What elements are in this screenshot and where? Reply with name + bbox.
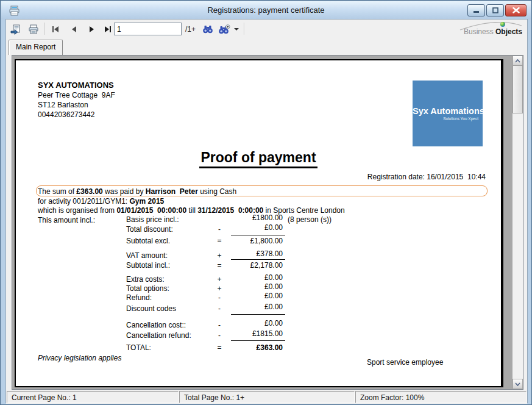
next-page-button[interactable] xyxy=(85,23,99,36)
table-row: Cancellation refund: - £1815.00 xyxy=(16,331,501,340)
sum-rule xyxy=(231,340,285,341)
business-objects-logo: Business Objects xyxy=(442,22,522,37)
export-button[interactable] xyxy=(9,23,22,36)
table-row: Cancellation cost:: - £0.00 xyxy=(16,321,501,330)
report-viewer-window: Registrations: payment certificate xyxy=(0,0,532,405)
registration-date: Registration date: 16/01/2015 10:44 xyxy=(367,173,486,181)
table-row: Extra costs: + £0.00 xyxy=(16,275,501,284)
find-button[interactable] xyxy=(201,23,215,36)
sphere-icon xyxy=(500,22,505,27)
table-row: Basis price incl.: £1800.00 (8 person (s… xyxy=(16,215,501,224)
page-total-label: /1+ xyxy=(185,25,196,34)
company-address-line: ST12 Barlaston xyxy=(38,101,88,109)
brand-text: Business Objects xyxy=(464,27,522,36)
tab-main-report[interactable]: Main Report xyxy=(9,40,63,55)
sum-rule xyxy=(231,259,285,260)
sum-rule xyxy=(231,314,285,315)
table-row: TOTAL: = £363.00 xyxy=(16,343,501,353)
previous-page-icon xyxy=(70,26,77,33)
report-viewport: SYX AUTOMATIONS Peer Tree Cottage 9AF ST… xyxy=(12,55,523,390)
maximize-button[interactable] xyxy=(486,4,504,16)
table-row: Subtotal excl. = £1,800.00 xyxy=(16,237,501,246)
previous-page-button[interactable] xyxy=(67,23,80,36)
scroll-down-icon xyxy=(515,382,520,386)
find-icon xyxy=(202,24,213,34)
first-page-button[interactable] xyxy=(49,23,62,36)
status-total-pages: Total Page No.: 1+ xyxy=(179,391,355,403)
status-current-page: Current Page No.: 1 xyxy=(7,391,179,403)
scroll-down-button[interactable] xyxy=(512,379,523,389)
toolbar: /1+ xyxy=(6,20,527,38)
dropdown-caret-icon[interactable] xyxy=(234,28,239,30)
maximize-icon xyxy=(492,7,498,13)
status-bar: Current Page No.: 1 Total Page No.: 1+ Z… xyxy=(6,391,527,404)
next-page-icon xyxy=(88,26,96,33)
export-icon xyxy=(10,24,21,35)
sum-rule xyxy=(231,235,285,235)
table-row: Subtotal incl.: = £2,178.00 xyxy=(16,261,501,270)
table-row: Refund: - £0.00 xyxy=(16,293,501,303)
logo-tagline: Solutions You Xpect xyxy=(413,116,483,121)
document-title: Proof of payment xyxy=(199,149,317,168)
toolbar-separator xyxy=(244,23,245,35)
company-name: SYX AUTOMATIONS xyxy=(38,81,114,90)
print-icon xyxy=(28,24,39,35)
last-page-icon xyxy=(104,26,112,33)
company-phone: 00442036273442 xyxy=(38,110,94,119)
scroll-up-button[interactable] xyxy=(512,56,523,66)
print-button[interactable] xyxy=(27,23,40,36)
summary-line-2: for activity 001/2011/GYM1: Gym 2015 xyxy=(38,197,164,206)
minimize-button[interactable] xyxy=(467,4,485,16)
toolbar-separator xyxy=(44,23,45,35)
minimize-icon xyxy=(473,7,480,13)
vertical-scrollbar[interactable] xyxy=(512,56,523,389)
privacy-note: Privacy legislation applies xyxy=(38,354,121,362)
company-logo: Syx Automations Solutions You Xpect xyxy=(413,81,483,146)
tab-bar: Main Report xyxy=(6,38,527,55)
zoom-find-icon xyxy=(218,24,230,35)
table-row: Total options: + £0.00 xyxy=(16,284,501,293)
zoom-button[interactable] xyxy=(218,23,231,36)
scroll-up-icon xyxy=(515,59,520,63)
titlebar: Registrations: payment certificate xyxy=(1,1,531,20)
close-icon xyxy=(512,7,520,13)
last-page-button[interactable] xyxy=(101,23,115,36)
table-row: Discount codes - £0.00 xyxy=(16,304,501,314)
client-area: /1+ xyxy=(5,19,528,403)
report-page: SYX AUTOMATIONS Peer Tree Cottage 9AF ST… xyxy=(15,59,503,387)
scrollbar-thumb[interactable] xyxy=(512,65,523,113)
logo-name: Syx Automations xyxy=(413,106,483,116)
page-number-input[interactable] xyxy=(114,23,182,35)
summary-line-3: which is organised from 01/01/2015 00:00… xyxy=(38,206,345,215)
table-row: Total discount: - £0.00 xyxy=(16,225,501,234)
summary-line-1: The sum of £363.00 was paid by Harrison … xyxy=(38,187,236,196)
close-button[interactable] xyxy=(505,4,527,16)
company-address-line: Peer Tree Cottage 9AF xyxy=(38,91,115,99)
first-page-icon xyxy=(51,26,60,33)
signature-label: Sport service employee xyxy=(367,358,443,367)
window-title: Registrations: payment certificate xyxy=(1,5,531,15)
status-zoom-factor: Zoom Factor: 100% xyxy=(355,391,527,403)
